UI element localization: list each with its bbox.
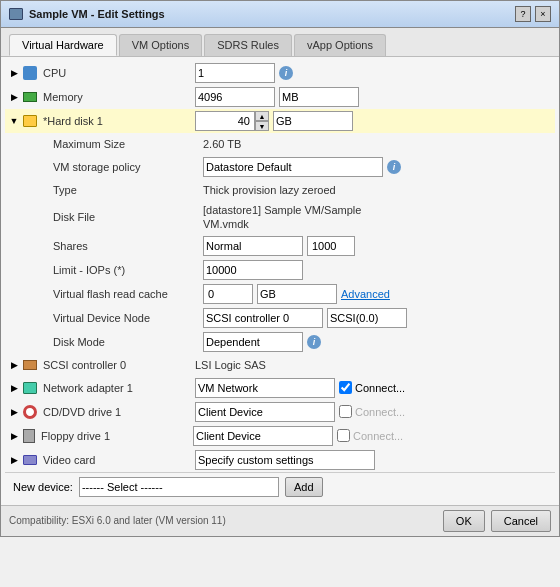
cpu-info-icon[interactable]: i xyxy=(279,66,293,80)
floppy-section[interactable]: ▶ Floppy drive 1 Client Device Connect..… xyxy=(5,424,555,448)
scsi-expand-arrow[interactable]: ▶ xyxy=(9,360,19,370)
cd-dvd-connect-label: Connect... xyxy=(355,406,405,418)
shares-value-input[interactable] xyxy=(307,236,355,256)
memory-section[interactable]: ▶ Memory 4096 MB GB xyxy=(5,85,555,109)
network-connect-checkbox[interactable] xyxy=(339,381,352,394)
floppy-expand-arrow[interactable]: ▶ xyxy=(9,431,19,441)
disk-mode-select-wrap: Dependent xyxy=(203,332,303,352)
network-select-wrap: VM Network xyxy=(195,378,335,398)
floppy-connect-label: Connect... xyxy=(353,430,403,442)
disk-mode-info-icon[interactable]: i xyxy=(307,335,321,349)
network-expand-arrow[interactable]: ▶ xyxy=(9,383,19,393)
shares-value: Normal xyxy=(203,236,551,256)
cd-dvd-label: CD/DVD drive 1 xyxy=(41,406,191,418)
cd-dvd-value-col: Client Device Connect... xyxy=(195,402,551,422)
tab-virtual-hardware[interactable]: Virtual Hardware xyxy=(9,34,117,56)
floppy-icon xyxy=(23,429,35,443)
video-label: Video card xyxy=(41,454,191,466)
disk-type-value: Thick provision lazy zeroed xyxy=(203,184,551,196)
tab-vm-options[interactable]: VM Options xyxy=(119,34,202,56)
limit-iops-select-wrap: 10000 xyxy=(203,260,303,280)
new-device-select[interactable]: ------ Select ------ xyxy=(79,477,279,497)
max-size-text: 2.60 TB xyxy=(203,138,241,150)
close-button[interactable]: × xyxy=(535,6,551,22)
video-select-wrap: Specify custom settings xyxy=(195,450,375,470)
shares-select[interactable]: Normal xyxy=(203,236,303,256)
storage-policy-select[interactable]: Datastore Default xyxy=(203,157,383,177)
cd-dvd-select[interactable]: Client Device xyxy=(195,402,335,422)
new-device-select-wrap: ------ Select ------ xyxy=(79,477,279,497)
max-size-label: Maximum Size xyxy=(33,138,203,150)
add-device-button[interactable]: Add xyxy=(285,477,323,497)
video-expand-arrow[interactable]: ▶ xyxy=(9,455,19,465)
cpu-label: CPU xyxy=(41,67,191,79)
hard-disk-up-btn[interactable]: ▲ xyxy=(255,111,269,121)
scsi-value-text: LSI Logic SAS xyxy=(195,359,266,371)
network-value-col: VM Network Connect... xyxy=(195,378,551,398)
hard-disk-unit-select[interactable]: GB TB xyxy=(273,111,353,131)
cpu-expand-arrow[interactable]: ▶ xyxy=(9,68,19,78)
memory-select[interactable]: 4096 xyxy=(195,87,275,107)
vd-node-select[interactable]: SCSI controller 0 xyxy=(203,308,323,328)
tab-vapp-options[interactable]: vApp Options xyxy=(294,34,386,56)
floppy-select[interactable]: Client Device xyxy=(193,426,333,446)
tab-sdrs-rules[interactable]: SDRS Rules xyxy=(204,34,292,56)
hard-disk-input[interactable] xyxy=(195,111,255,131)
scsi-label: SCSI controller 0 xyxy=(41,359,191,371)
floppy-value-col: Client Device Connect... xyxy=(193,426,551,446)
memory-icon xyxy=(23,92,37,102)
memory-unit-select[interactable]: MB GB xyxy=(279,87,359,107)
storage-policy-select-wrap: Datastore Default xyxy=(203,157,383,177)
disk-mode-select[interactable]: Dependent xyxy=(203,332,303,352)
cd-dvd-connect-wrap: Connect... xyxy=(339,405,405,418)
scsi-icon xyxy=(23,360,37,370)
network-icon xyxy=(23,382,37,394)
memory-expand-arrow[interactable]: ▶ xyxy=(9,92,19,102)
network-connect-wrap: Connect... xyxy=(339,381,405,394)
vd-node-select-wrap: SCSI controller 0 xyxy=(203,308,323,328)
cpu-select[interactable]: 1 xyxy=(195,63,275,83)
scsi-section[interactable]: ▶ SCSI controller 0 LSI Logic SAS xyxy=(5,354,555,376)
disk-file-text: [datastore1] Sample VM/SampleVM.vmdk xyxy=(203,203,361,232)
vd-node-label: Virtual Device Node xyxy=(33,312,203,324)
vf-read-cache-label: Virtual flash read cache xyxy=(33,288,203,300)
footer: Compatibility: ESXi 6.0 and later (VM ve… xyxy=(1,505,559,536)
vf-read-cache-input[interactable] xyxy=(203,284,253,304)
hard-disk-down-btn[interactable]: ▼ xyxy=(255,121,269,131)
tab-bar: Virtual Hardware VM Options SDRS Rules v… xyxy=(1,28,559,57)
hard-disk-expand-arrow[interactable]: ▼ xyxy=(9,116,19,126)
storage-policy-info-icon[interactable]: i xyxy=(387,160,401,174)
cd-dvd-section[interactable]: ▶ CD/DVD drive 1 Client Device Connect..… xyxy=(5,400,555,424)
storage-policy-label: VM storage policy xyxy=(33,161,203,173)
disk-mode-row: Disk Mode Dependent i xyxy=(5,330,555,354)
settings-content: ▶ CPU 1 i ▶ Me xyxy=(1,57,559,505)
network-section[interactable]: ▶ Network adapter 1 VM Network Connect..… xyxy=(5,376,555,400)
cd-dvd-expand-arrow[interactable]: ▶ xyxy=(9,407,19,417)
cancel-button[interactable]: Cancel xyxy=(491,510,551,532)
cpu-icon xyxy=(23,66,37,80)
video-section[interactable]: ▶ Video card Specify custom settings xyxy=(5,448,555,472)
cd-dvd-select-wrap: Client Device xyxy=(195,402,335,422)
titlebar: Sample VM - Edit Settings ? × xyxy=(1,1,559,28)
hard-disk-section[interactable]: ▼ *Hard disk 1 ▲ ▼ GB xyxy=(5,109,555,133)
cpu-value-col: 1 i xyxy=(195,63,551,83)
vf-read-cache-unit-select[interactable]: GB xyxy=(257,284,337,304)
vm-title-icon xyxy=(9,8,23,20)
cd-dvd-connect-checkbox[interactable] xyxy=(339,405,352,418)
video-icon xyxy=(23,455,37,465)
vd-node-lun-select[interactable]: SCSI(0.0) xyxy=(327,308,407,328)
compatibility-text: Compatibility: ESXi 6.0 and later (VM ve… xyxy=(9,515,226,526)
max-size-value: 2.60 TB xyxy=(203,138,551,150)
network-select[interactable]: VM Network xyxy=(195,378,335,398)
floppy-select-wrap: Client Device xyxy=(193,426,333,446)
ok-button[interactable]: OK xyxy=(443,510,485,532)
shares-label: Shares xyxy=(33,240,203,252)
limit-iops-select[interactable]: 10000 xyxy=(203,260,303,280)
disk-mode-label: Disk Mode xyxy=(33,336,203,348)
help-button[interactable]: ? xyxy=(515,6,531,22)
vf-read-cache-advanced-link[interactable]: Advanced xyxy=(341,288,390,300)
video-select[interactable]: Specify custom settings xyxy=(195,450,375,470)
floppy-connect-checkbox[interactable] xyxy=(337,429,350,442)
cpu-section[interactable]: ▶ CPU 1 i xyxy=(5,61,555,85)
floppy-connect-wrap: Connect... xyxy=(337,429,403,442)
